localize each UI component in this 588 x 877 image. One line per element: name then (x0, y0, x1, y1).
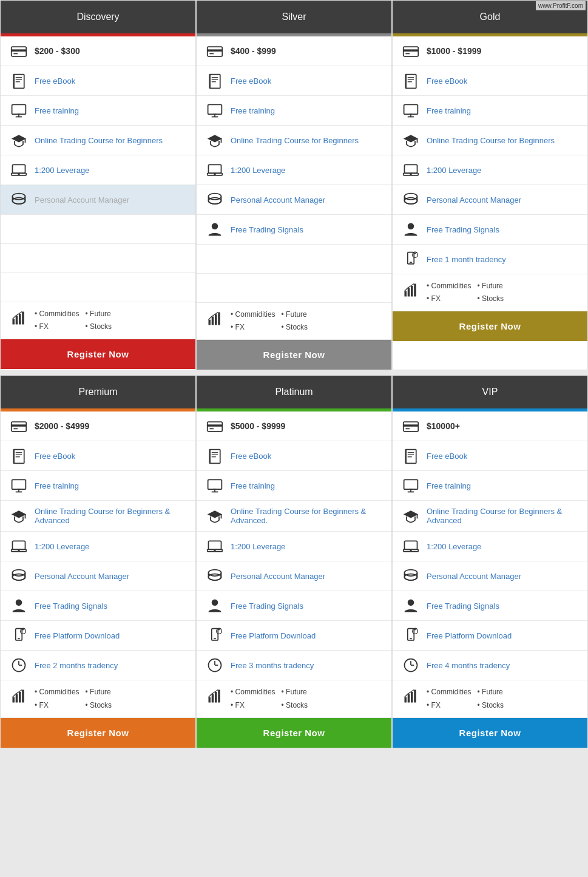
feature-icon (8, 191, 30, 208)
feature-icon (204, 72, 226, 89)
feature-row (1, 215, 195, 244)
feature-text: Free eBook (35, 76, 75, 86)
commodities-icon (204, 310, 226, 327)
feature-icon (204, 538, 226, 555)
commodities-list: CommiditiesFutureFXStocks (35, 308, 130, 333)
svg-rect-130 (209, 697, 211, 703)
feature-text: $5000 - $9999 (231, 421, 285, 431)
feature-icon (400, 132, 422, 149)
commodities-list: CommiditiesFutureFXStocks (231, 686, 326, 711)
feature-row: Free eBook (1, 441, 195, 471)
tradency-row: Free 2 months tradency (1, 651, 195, 680)
commodities-icon (8, 310, 30, 327)
feature-row: 1:200 Leverage (1, 532, 195, 561)
commodities-list: CommiditiesFutureFXStocks (231, 309, 326, 333)
svg-marker-12 (12, 135, 27, 142)
svg-rect-19 (13, 319, 15, 325)
tradency-text: Free 4 months tradency (427, 661, 510, 670)
feature-icon (8, 597, 30, 614)
commodities-list: CommiditiesFutureFXStocks (427, 686, 522, 711)
feature-row (197, 245, 391, 274)
svg-marker-59 (404, 135, 419, 142)
feature-row: Personal Account Manager (197, 561, 391, 591)
watermark: www.ProfitF.com (536, 1, 586, 10)
feature-icon (400, 161, 422, 178)
feature-text: Free Trading Signals (427, 601, 499, 611)
svg-rect-107 (209, 450, 220, 464)
svg-rect-71 (408, 288, 410, 297)
svg-point-18 (13, 198, 25, 205)
svg-marker-146 (404, 511, 419, 518)
tradency-text: Free 3 months tradency (231, 661, 314, 670)
feature-text: Free Trading Signals (35, 601, 107, 611)
svg-point-153 (408, 600, 414, 606)
feature-text: Free eBook (427, 452, 467, 461)
feature-text: Free training (427, 106, 471, 115)
feature-row: $1000 - $1999 (393, 36, 587, 66)
svg-marker-86 (12, 511, 27, 518)
plan-gold: Gold$1000 - $1999Free eBookFree training… (392, 0, 588, 370)
feature-row: Free training (1, 96, 195, 126)
feature-icon (400, 567, 422, 584)
svg-point-150 (410, 550, 411, 552)
feature-text: Free training (231, 106, 275, 115)
register-btn-discovery[interactable]: Register Now (1, 339, 195, 369)
svg-point-42 (212, 223, 218, 230)
feature-text: Free Platform Download (231, 631, 316, 640)
svg-rect-25 (209, 53, 214, 55)
feature-row: Free Platform Download (393, 621, 587, 651)
svg-rect-88 (13, 541, 25, 550)
feature-row: Online Trading Course for Beginners (1, 126, 195, 155)
svg-rect-105 (208, 425, 223, 427)
tradency-row: Free 3 months tradency (197, 651, 391, 680)
feature-icon (400, 191, 422, 208)
feature-text: 1:200 Leverage (35, 542, 89, 551)
svg-rect-131 (212, 694, 214, 703)
feature-text: Personal Account Manager (427, 572, 521, 581)
feature-icon (204, 627, 226, 644)
feature-icon (8, 102, 30, 119)
svg-marker-35 (208, 135, 223, 142)
svg-rect-138 (405, 450, 407, 464)
svg-rect-37 (209, 164, 221, 173)
feature-icon (400, 42, 422, 59)
svg-rect-133 (218, 690, 220, 703)
svg-rect-2 (13, 53, 18, 55)
feature-row: Online Trading Course for Beginners & Ad… (393, 501, 587, 532)
svg-point-66 (408, 223, 414, 230)
feature-row: Free 1 month tradency (393, 245, 587, 274)
svg-rect-8 (12, 104, 26, 114)
register-btn-platinum[interactable]: Register Now (197, 718, 391, 748)
svg-marker-116 (208, 511, 223, 518)
feature-row: Free Trading Signals (197, 591, 391, 621)
feature-text: $2000 - $4999 (35, 421, 89, 431)
register-btn-premium[interactable]: Register Now (1, 718, 195, 748)
svg-rect-31 (208, 104, 222, 114)
svg-rect-24 (208, 49, 223, 52)
feature-icon (8, 132, 30, 149)
feature-row: Personal Account Manager (1, 185, 195, 215)
svg-rect-135 (404, 425, 419, 427)
svg-rect-21 (19, 314, 21, 325)
feature-row: Free training (197, 471, 391, 501)
tradency-row: Free 4 months tradency (393, 651, 587, 680)
feature-icon (400, 418, 422, 435)
commodities-icon (204, 688, 226, 705)
feature-text: 1:200 Leverage (427, 166, 481, 175)
register-btn-vip[interactable]: Register Now (393, 718, 587, 748)
svg-rect-22 (22, 312, 24, 325)
commodities-row: CommiditiesFutureFXStocks (197, 303, 391, 340)
feature-text: Online Trading Course for Beginners (231, 136, 359, 145)
feature-row (1, 244, 195, 273)
register-btn-silver[interactable]: Register Now (197, 340, 391, 370)
svg-rect-26 (209, 75, 220, 89)
register-btn-gold[interactable]: Register Now (393, 311, 587, 341)
feature-icon (400, 251, 422, 268)
svg-rect-78 (13, 450, 15, 464)
svg-point-16 (18, 174, 19, 175)
feature-icon (8, 507, 30, 524)
feature-text: Free 1 month tradency (427, 255, 506, 264)
feature-text: Personal Account Manager (35, 572, 129, 581)
svg-rect-4 (13, 75, 15, 89)
svg-rect-148 (405, 541, 417, 550)
